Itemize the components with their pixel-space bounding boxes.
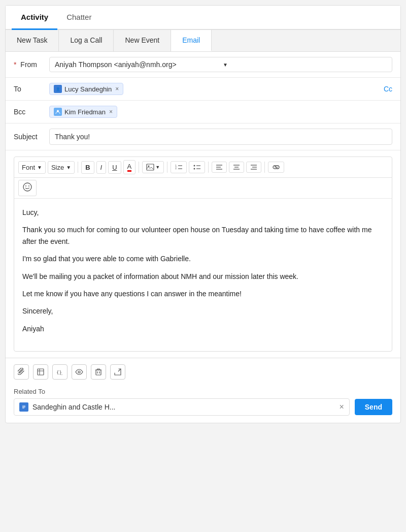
underline-button[interactable]: U	[108, 161, 121, 174]
svg-point-11	[194, 168, 195, 170]
font-color-button[interactable]: A	[123, 160, 136, 174]
toolbar-divider-4	[208, 162, 209, 173]
editor-toolbar: Font ▼ Size ▼ B I U A ▼	[14, 157, 392, 178]
dropdown-arrow-icon: ▼	[223, 62, 387, 68]
email-body[interactable]: Lucy, Thank you so much for coming to ou…	[14, 199, 392, 351]
template-button[interactable]	[33, 364, 48, 380]
svg-point-23	[23, 183, 31, 191]
body-line6: Sincerely,	[22, 305, 384, 317]
size-dropdown-icon: ▼	[66, 165, 71, 170]
body-line2: Thank you so much for coming to our volu…	[22, 224, 384, 247]
delete-button[interactable]	[91, 364, 106, 380]
subtab-log-call[interactable]: Log a Call	[59, 30, 114, 51]
svg-text:_: _	[60, 370, 63, 375]
related-to-value: Sandeghin and Castle H...	[32, 403, 335, 411]
body-line3: I'm so glad that you were able to come w…	[22, 253, 384, 264]
bottom-toolbar: {} _	[6, 358, 400, 386]
bcc-recipient-tag: Kim Friedman ×	[49, 106, 117, 118]
contact-icon: 👤	[54, 85, 62, 93]
link-button[interactable]	[268, 162, 284, 173]
cc-link[interactable]: Cc	[384, 85, 392, 93]
svg-rect-32	[96, 370, 101, 375]
to-label: To	[14, 85, 49, 93]
toolbar-row2	[14, 178, 392, 199]
svg-point-9	[194, 165, 195, 167]
font-select[interactable]: Font ▼	[18, 161, 46, 174]
related-to-section: Related To Sandeghin and Castle H... × S…	[6, 386, 400, 423]
align-center-button[interactable]	[229, 162, 244, 173]
toolbar-divider-2	[139, 162, 139, 173]
bcc-remove-icon[interactable]: ×	[109, 108, 113, 115]
svg-point-31	[78, 371, 80, 373]
bcc-tag-area[interactable]: Kim Friedman ×	[49, 106, 392, 118]
body-line5: Let me know if you have any questions I …	[22, 288, 384, 299]
related-to-icon	[19, 402, 28, 412]
align-right-button[interactable]	[246, 162, 261, 173]
related-to-clear-icon[interactable]: ×	[339, 402, 344, 412]
toolbar-divider-5	[264, 162, 265, 173]
bold-button[interactable]: B	[81, 161, 94, 174]
body-line4: We'll be mailing you a packet of informa…	[22, 271, 384, 282]
tab-chatter[interactable]: Chatter	[57, 6, 100, 30]
subtab-email[interactable]: Email	[171, 30, 212, 51]
person-icon	[54, 108, 62, 116]
toolbar-divider-3	[167, 162, 167, 173]
svg-rect-26	[38, 369, 44, 375]
from-field: Aniyah Thompson <aniyah@nmh.org> ▼	[49, 57, 392, 72]
svg-point-25	[28, 185, 29, 186]
svg-rect-3	[147, 164, 154, 170]
email-form: * From Aniyah Thompson <aniyah@nmh.org> …	[6, 52, 400, 150]
main-tabs: Activity Chatter	[6, 6, 400, 30]
to-remove-icon[interactable]: ×	[115, 85, 119, 92]
subject-row: Subject	[6, 123, 400, 150]
body-line7: Aniyah	[22, 323, 384, 334]
subject-label: Subject	[14, 133, 49, 141]
svg-line-35	[118, 369, 121, 371]
subject-input[interactable]	[49, 129, 392, 145]
svg-point-24	[25, 185, 26, 186]
related-to-row: Sandeghin and Castle H... × Send	[14, 398, 392, 416]
body-line1: Lucy,	[22, 207, 384, 218]
merge-fields-button[interactable]: {} _	[52, 364, 67, 380]
main-panel: Activity Chatter New Task Log a Call New…	[5, 5, 401, 423]
bcc-row: Bcc Kim Friedman ×	[6, 101, 400, 123]
emoji-button[interactable]	[18, 180, 37, 196]
unordered-list-button[interactable]	[189, 161, 205, 173]
from-dropdown[interactable]: Aniyah Thompson <aniyah@nmh.org> ▼	[49, 57, 392, 72]
image-button[interactable]: ▼	[142, 161, 164, 173]
send-button[interactable]: Send	[355, 399, 392, 415]
font-dropdown-icon: ▼	[37, 165, 42, 170]
svg-point-4	[148, 166, 150, 167]
expand-button[interactable]	[110, 364, 125, 380]
svg-text:👤: 👤	[56, 87, 60, 91]
preview-button[interactable]	[72, 364, 87, 380]
to-recipient-tag: 👤 Lucy Sandeghin ×	[49, 83, 123, 95]
sub-tabs: New Task Log a Call New Event Email	[6, 30, 400, 52]
subtab-new-event[interactable]: New Event	[114, 30, 171, 51]
from-label: * From	[14, 60, 49, 69]
to-row: To 👤 Lucy Sandeghin × Cc	[6, 78, 400, 101]
tab-activity[interactable]: Activity	[12, 6, 57, 30]
svg-text:2.: 2.	[175, 167, 177, 170]
attach-file-button[interactable]	[14, 364, 29, 380]
size-select[interactable]: Size ▼	[48, 161, 75, 174]
to-tag-area[interactable]: 👤 Lucy Sandeghin ×	[49, 83, 384, 95]
required-star: *	[14, 60, 16, 69]
related-to-field[interactable]: Sandeghin and Castle H... ×	[14, 398, 350, 416]
from-row: * From Aniyah Thompson <aniyah@nmh.org> …	[6, 52, 400, 78]
align-left-button[interactable]	[212, 162, 227, 173]
italic-button[interactable]: I	[96, 161, 107, 174]
email-editor: Font ▼ Size ▼ B I U A ▼	[14, 157, 392, 352]
subject-field	[49, 129, 392, 145]
related-to-label: Related To	[14, 388, 392, 395]
ordered-list-button[interactable]: 1. 2.	[171, 161, 187, 173]
bcc-label: Bcc	[14, 108, 49, 116]
image-dropdown-icon: ▼	[155, 165, 160, 170]
subtab-new-task[interactable]: New Task	[6, 30, 59, 51]
toolbar-divider-1	[78, 162, 78, 173]
